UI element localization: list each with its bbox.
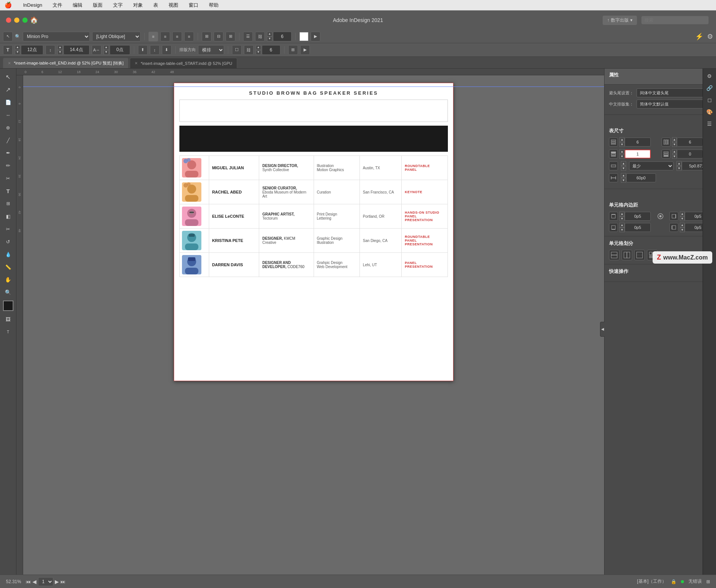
tracking-up[interactable]: ▲ [104,45,109,50]
expand-icon2[interactable]: ▶ [300,45,310,55]
scissors-tool[interactable]: ✂ [2,223,14,235]
direction-select[interactable]: 横排 [198,45,224,55]
inset-top-up[interactable]: ▲ [619,211,625,216]
links-icon-btn[interactable]: 🔗 [704,83,715,93]
char-set-select[interactable]: 简体中文默认值 [637,100,712,109]
tracking-input[interactable] [110,45,130,55]
inset-top-down[interactable]: ▼ [619,216,625,221]
width-up-panel[interactable]: ▲ [621,173,626,178]
align-center-icon[interactable]: ≡ [160,32,170,41]
search-input[interactable] [641,16,709,24]
rows-up[interactable]: ▲ [267,32,272,37]
menu-layout[interactable]: 版面 [91,1,105,9]
font-size-down[interactable]: ▼ [15,50,20,55]
split-v-btn[interactable] [622,250,632,260]
min-up-panel[interactable]: ▲ [621,161,626,166]
cols-up-panel[interactable]: ▲ [672,137,677,142]
apple-menu[interactable]: 🍎 [4,1,12,9]
home-icon[interactable]: 🏠 [30,16,38,24]
select-tool[interactable]: ↖ [2,71,14,83]
apply-btn[interactable]: T [2,326,14,338]
grid-icon3[interactable]: ⊞ [226,32,235,41]
rows-down[interactable]: ▼ [267,37,272,41]
cols-input2[interactable] [262,45,280,55]
align-left-icon[interactable]: ≡ [148,32,158,41]
valign-center-icon[interactable]: ↕ [150,45,160,55]
font-size-input[interactable] [21,45,43,55]
line-end-select[interactable]: 间体中文避头尾 [637,88,712,97]
hand-tool[interactable]: ✋ [2,274,14,286]
content-tool[interactable]: ⊕ [2,122,14,133]
selection-tool[interactable]: ↖ [3,32,13,41]
expand-icon[interactable]: ▶ [311,32,320,41]
canvas-page[interactable]: STUDIO BROWN BAG SPEAKER SERIES [174,83,453,381]
zoom-icon[interactable]: ⊞ [288,45,298,55]
tab-1[interactable]: ✕ *insert-image-table-cell_END.indd @ 52… [3,58,128,68]
inset-left-down[interactable]: ▼ [680,227,685,232]
font-style-select[interactable]: [Light Oblique] [92,32,141,41]
merge-btn[interactable] [634,250,645,260]
tracking-down[interactable]: ▼ [104,50,109,55]
min-val-up[interactable]: ▲ [676,161,682,166]
rows-down-panel[interactable]: ▼ [619,142,625,147]
panel-collapse-btn[interactable]: ◀ [600,322,604,337]
minimize-button[interactable] [14,18,19,23]
rows-input-panel[interactable] [625,138,651,147]
menu-window[interactable]: 窗口 [186,1,201,9]
cols-down-panel[interactable]: ▼ [672,142,677,147]
fill-stroke-indicator[interactable] [3,301,13,311]
width-down-panel[interactable]: ▼ [621,178,626,183]
lightning-button[interactable]: ⚡ [695,32,703,41]
valign-bottom-icon[interactable]: ⬇ [162,45,172,55]
link-icon[interactable]: ⛓ [255,32,265,41]
color-swatch[interactable] [299,32,308,41]
free-transform-tool[interactable]: ↺ [2,236,14,248]
text-frame-icon[interactable]: ☰ [243,32,253,41]
menu-view[interactable]: 视图 [166,1,180,9]
cols-down2[interactable]: ▼ [256,50,261,55]
leading-input[interactable] [63,45,90,55]
font-family-select[interactable]: Minion Pro [23,32,90,41]
inset-right-down[interactable]: ▼ [680,216,685,221]
erase-tool[interactable]: ✂ [2,172,14,184]
inset-right-up[interactable]: ▲ [680,211,685,216]
pen-tool[interactable]: ✒ [2,147,14,159]
last-page-btn[interactable]: ⏭ [60,579,66,585]
mode-btn[interactable]: 🖼 [2,313,14,325]
menu-file[interactable]: 文件 [50,1,65,9]
inset-bottom-down[interactable]: ▼ [619,227,625,232]
preflight-icon[interactable]: ⊞ [706,579,710,584]
table-tool[interactable]: ⊞ [2,198,14,210]
page-tool[interactable]: 📄 [2,96,14,108]
menu-help[interactable]: 帮助 [207,1,221,9]
maximize-button[interactable] [22,18,28,23]
first-page-btn[interactable]: ⏮ [26,579,31,585]
header-rows-up-panel[interactable]: ▲ [619,149,625,154]
measure-tool[interactable]: 📏 [2,261,14,273]
menu-text[interactable]: 文字 [111,1,125,9]
inset-link-icon[interactable] [653,213,668,220]
inset-top-input[interactable] [625,212,651,221]
gap-tool[interactable]: ↔ [2,109,14,121]
tab-2[interactable]: ✕ *insert-image-table-cell_START.indd @ … [130,58,237,68]
tab1-close-icon[interactable]: ✕ [8,61,11,65]
export-button[interactable]: ↑ 数字出版 ▾ [603,16,637,25]
inset-left-up[interactable]: ▲ [680,223,685,227]
prev-page-btn[interactable]: ◀ [32,579,37,585]
leading-up[interactable]: ▲ [57,45,63,50]
width-input-panel[interactable] [626,173,656,182]
grid-icon2[interactable]: ⊟ [214,32,223,41]
menu-table[interactable]: 表 [151,1,160,9]
text-tool[interactable]: T [2,185,14,197]
align-justify-icon[interactable]: ≡ [184,32,194,41]
align-right-icon[interactable]: ≡ [172,32,182,41]
footer-rows-down-panel[interactable]: ▼ [672,154,677,159]
direct-select-tool[interactable]: ↗ [2,84,14,95]
stroke-icon-btn[interactable]: ◻ [704,95,715,105]
eyedropper-tool[interactable]: 💧 [2,248,14,260]
min-val-down[interactable]: ▼ [676,166,682,171]
inset-bottom-up[interactable]: ▲ [619,223,625,227]
rows-input[interactable] [273,32,292,41]
grid-icon1[interactable]: ⊞ [202,32,211,41]
color-icon-btn[interactable]: 🎨 [704,107,715,117]
